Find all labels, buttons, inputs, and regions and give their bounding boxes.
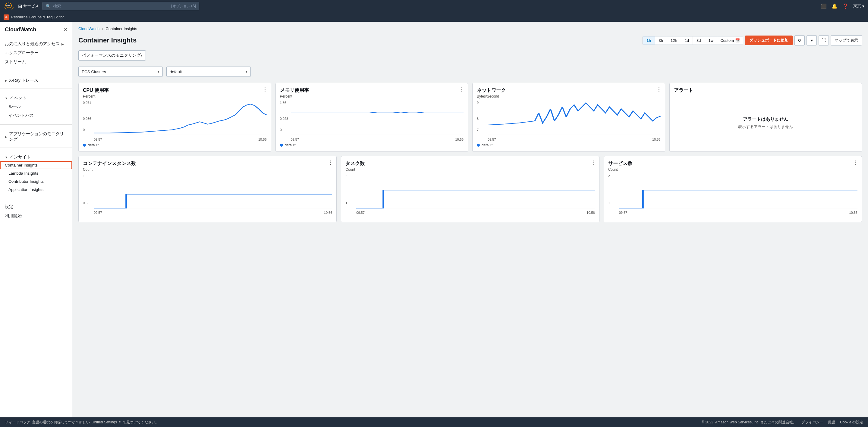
cluster-name-dropdown[interactable]: default ▾ bbox=[166, 67, 251, 77]
memory-legend: default bbox=[280, 143, 464, 147]
network-unit: Bytes/Second bbox=[477, 94, 661, 98]
time-range-group: 1h 3h 12h 1d 3d 1w Custom 📅 bbox=[643, 36, 743, 45]
add-to-dashboard-button[interactable]: ダッシュボードに追加 bbox=[745, 36, 793, 45]
services-chart: 2 1 bbox=[608, 174, 858, 210]
memory-y-min: 0 bbox=[280, 128, 282, 132]
sidebar-group-events[interactable]: ▼ イベント bbox=[0, 93, 72, 102]
container-instances-menu[interactable]: ⋮ bbox=[328, 160, 333, 166]
grid-icon: ⊞ bbox=[18, 3, 22, 9]
favorites-arrow-icon: ▶ bbox=[61, 42, 64, 46]
global-search[interactable]: 🔍 [オプション+S] bbox=[42, 2, 199, 10]
cluster-type-dropdown[interactable]: ECS Clusters ▾ bbox=[79, 67, 163, 77]
resource-groups-item[interactable]: ⊕ Resource Groups & Tag Editor bbox=[4, 14, 64, 20]
sidebar-item-explorer[interactable]: エクスプローラー bbox=[0, 48, 72, 58]
region-selector[interactable]: 東京 ▾ bbox=[853, 3, 864, 9]
app-monitoring-expand-icon: ▶ bbox=[5, 135, 7, 138]
alert-card: アラート アラートはありません 表示するアラートはありません bbox=[670, 83, 862, 152]
services-unit: Count bbox=[608, 167, 858, 172]
sidebar-item-rules[interactable]: ルール bbox=[0, 102, 72, 111]
memory-card-menu[interactable]: ⋮ bbox=[459, 87, 464, 93]
time-btn-custom[interactable]: Custom 📅 bbox=[717, 36, 743, 44]
ci-chart-svg bbox=[94, 174, 332, 210]
tasks-y-min: 1 bbox=[345, 201, 347, 205]
services-y-min: 1 bbox=[608, 201, 610, 205]
nav-right: ⬛ 🔔 ❓ 東京 ▾ bbox=[821, 3, 864, 9]
secondary-nav: ⊕ Resource Groups & Tag Editor bbox=[0, 12, 868, 22]
services-card-menu[interactable]: ⋮ bbox=[853, 160, 858, 166]
cpu-y-max: 0.071 bbox=[83, 101, 91, 104]
services-x-axis: 09:57 10:56 bbox=[608, 211, 858, 215]
page-header-controls: 1h 3h 12h 1d 3d 1w Custom 📅 ダッシュボードに追加 ↻… bbox=[643, 35, 862, 45]
sidebar-group-app-monitoring[interactable]: ▶ アプリケーションのモニタリング bbox=[0, 129, 72, 143]
network-card: ネットワーク ⋮ Bytes/Second 9 8 7 09:57 10:56 bbox=[472, 83, 665, 152]
sidebar-header: CloudWatch ✕ bbox=[0, 27, 72, 38]
tasks-card: タスク数 ⋮ Count 2 1 09:57 10:56 bbox=[341, 156, 599, 222]
sidebar-item-settings[interactable]: 設定 bbox=[0, 202, 72, 211]
time-btn-3d[interactable]: 3d bbox=[693, 36, 705, 44]
sidebar-title: CloudWatch bbox=[5, 27, 36, 33]
cpu-y-mid: 0.036 bbox=[83, 117, 91, 121]
alert-empty-desc: 表示するアラートはありません bbox=[738, 124, 793, 130]
services-chart-svg bbox=[619, 174, 858, 210]
network-legend-dot bbox=[477, 144, 480, 146]
filter-row: ECS Clusters ▾ default ▾ bbox=[79, 67, 862, 77]
tasks-chart-svg bbox=[356, 174, 595, 210]
network-x-axis: 09:57 10:56 bbox=[477, 138, 661, 141]
sidebar-close-button[interactable]: ✕ bbox=[63, 27, 67, 33]
sidebar-item-eventbus[interactable]: イベントバス bbox=[0, 111, 72, 120]
sidebar-group-xray[interactable]: ▶ X-Ray トレース bbox=[0, 75, 72, 84]
breadcrumb-parent[interactable]: CloudWatch bbox=[79, 27, 99, 31]
cpu-x-axis: 09:57 10:56 bbox=[83, 138, 267, 141]
tasks-card-title: タスク数 bbox=[345, 161, 595, 167]
sidebar-item-streams[interactable]: ストリーム bbox=[0, 58, 72, 67]
memory-y-mid: 0.928 bbox=[280, 117, 288, 121]
services-menu[interactable]: ⊞ サービス bbox=[18, 3, 39, 9]
page-title: Container Insights bbox=[79, 36, 136, 44]
fullscreen-button[interactable]: ⛶ bbox=[818, 35, 829, 45]
monitoring-type-dropdown[interactable]: パフォーマンスのモニタリング ▾ bbox=[79, 50, 146, 61]
terminal-icon[interactable]: ⬛ bbox=[821, 3, 827, 9]
refresh-button[interactable]: ↻ bbox=[795, 35, 805, 45]
container-instances-chart: 1 0.5 bbox=[83, 174, 332, 210]
cpu-chart: 0.071 0.036 0 bbox=[83, 101, 267, 137]
sidebar-item-start[interactable]: 利用開始 bbox=[0, 211, 72, 221]
monitoring-dropdown-arrow-icon: ▾ bbox=[141, 54, 143, 58]
insights-collapse-icon: ▼ bbox=[5, 156, 8, 159]
page-header: Container Insights 1h 3h 12h 1d 3d 1w Cu… bbox=[79, 35, 862, 45]
sidebar-item-application-insights[interactable]: Application Insights bbox=[0, 186, 72, 194]
memory-y-max: 1.86 bbox=[280, 101, 286, 104]
tasks-y-max: 2 bbox=[345, 174, 347, 178]
memory-card-title: メモリ使用率 bbox=[280, 87, 464, 94]
ci-x-axis: 09:57 10:56 bbox=[83, 211, 332, 215]
time-btn-1h[interactable]: 1h bbox=[643, 36, 655, 44]
main-content: CloudWatch › Container Insights Containe… bbox=[72, 22, 868, 417]
sidebar-item-favorites[interactable]: お気に入りと最近のアクセス ▶ bbox=[0, 39, 72, 48]
time-btn-1w[interactable]: 1w bbox=[705, 36, 718, 44]
aws-logo[interactable]: aws bbox=[4, 2, 14, 10]
breadcrumb: CloudWatch › Container Insights bbox=[79, 27, 862, 31]
cpu-card-menu[interactable]: ⋮ bbox=[262, 87, 267, 93]
time-btn-3h[interactable]: 3h bbox=[655, 36, 667, 44]
sidebar-item-lambda-insights[interactable]: Lambda Insights bbox=[0, 169, 72, 177]
memory-unit: Percent bbox=[280, 94, 464, 98]
bell-icon[interactable]: 🔔 bbox=[832, 3, 838, 9]
sidebar-item-contributor-insights[interactable]: Contributor Insights bbox=[0, 177, 72, 186]
time-btn-12h[interactable]: 12h bbox=[667, 36, 681, 44]
tasks-card-menu[interactable]: ⋮ bbox=[591, 160, 595, 166]
dropdown-arrow-button[interactable]: ▾ bbox=[807, 35, 817, 45]
top-nav: aws ⊞ サービス 🔍 [オプション+S] ⬛ 🔔 ❓ 東京 ▾ bbox=[0, 0, 868, 12]
help-icon[interactable]: ❓ bbox=[842, 3, 848, 9]
events-collapse-icon: ▼ bbox=[5, 97, 8, 100]
network-y-max: 9 bbox=[477, 101, 478, 104]
network-card-menu[interactable]: ⋮ bbox=[656, 87, 661, 93]
cpu-unit: Percent bbox=[83, 94, 267, 98]
sidebar-item-container-insights[interactable]: Container Insights bbox=[0, 161, 72, 169]
search-icon: 🔍 bbox=[46, 4, 51, 8]
sidebar-group-insights[interactable]: ▼ インサイト bbox=[0, 152, 72, 161]
ci-y-max: 1 bbox=[83, 174, 85, 178]
metrics-cards-row1: CPU 使用率 ⋮ Percent 0.071 0.036 0 09:57 10… bbox=[79, 83, 862, 152]
time-btn-1d[interactable]: 1d bbox=[681, 36, 693, 44]
search-input[interactable] bbox=[53, 4, 169, 8]
cpu-legend: default bbox=[83, 143, 267, 147]
map-view-button[interactable]: マップで表示 bbox=[831, 35, 862, 45]
